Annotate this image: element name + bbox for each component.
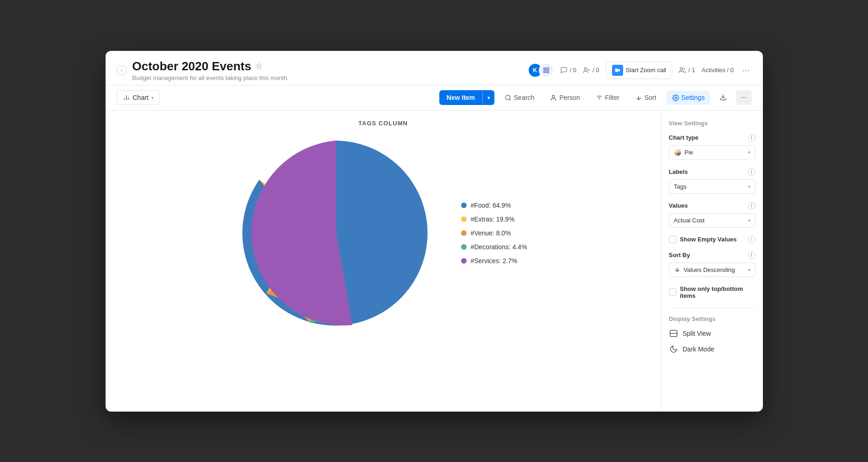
comment-stat[interactable]: / 0 [560,67,576,74]
legend-label-venue: #Venue: 8.0% [470,229,511,237]
settings-label: Settings [681,94,705,101]
comment-icon [560,67,568,74]
header-actions: K / 0 / 0 [528,62,752,79]
chart-type-select[interactable]: Pie ▾ [669,145,756,160]
chart-type-label: Chart type i [669,134,756,142]
show-empty-row: Show Empty Values i [669,236,756,243]
chart-type-select-inner: Pie [674,149,693,156]
legend-label-food: #Food: 64.9% [470,202,511,209]
sort-icon [635,94,642,101]
svg-point-4 [584,68,587,70]
dark-mode-icon [669,345,678,354]
collapse-button[interactable]: › [117,65,127,75]
settings-button[interactable]: Settings [667,91,711,105]
star-icon[interactable]: ☆ [255,61,262,71]
members-icon [679,67,686,74]
sort-by-select[interactable]: Values Descending ▾ [669,263,756,277]
legend-dot-decorations [461,244,467,250]
legend-item-venue: #Venue: 8.0% [461,229,527,237]
legend-item-extras: #Extras: 19.9% [461,216,527,223]
chart-area: TAGS COLUMN [106,111,661,412]
legend-dot-venue [461,230,467,236]
svg-rect-3 [547,71,549,73]
header-more-button[interactable]: ··· [740,63,752,77]
person-add-stat[interactable]: / 0 [583,67,599,74]
zoom-icon [612,65,623,76]
page-title-text: October 2020 Events [132,59,251,74]
show-empty-checkbox[interactable] [669,236,676,243]
chart-icon [123,94,130,101]
values-info-icon[interactable]: i [748,202,756,209]
labels-info-icon[interactable]: i [748,168,756,176]
page-title: October 2020 Events ☆ [132,59,522,74]
legend-item-decorations: #Decorations: 4.4% [461,243,527,251]
sort-by-inner: Values Descending [674,266,735,273]
svg-rect-2 [543,71,545,73]
svg-point-8 [506,95,510,99]
split-view-label: Split View [683,330,711,337]
legend-dot-food [461,203,467,208]
chart-type-info-icon[interactable]: i [748,134,756,142]
labels-select[interactable]: Tags ▾ [669,179,756,194]
sort-by-icon [674,266,681,273]
values-label: Values i [669,202,756,209]
page-subtitle: Budget management for all events taking … [132,74,522,81]
view-settings-title: View Settings [669,120,756,127]
labels-label: Labels i [669,168,756,176]
filter-button[interactable]: Filter [590,91,625,105]
download-icon [719,93,727,101]
values-arrow: ▾ [748,218,750,223]
svg-rect-0 [543,68,545,69]
show-top-bottom-wrap: Show only top/bottom items [669,285,756,299]
values-select[interactable]: Actual Cost ▾ [669,213,756,228]
chart-container: #Food: 64.9% #Extras: 19.9% #Venue: 8.0%… [239,136,527,330]
dark-mode-option[interactable]: Dark Mode [669,345,756,354]
person-add-count: / 0 [593,67,599,74]
sort-by-info-icon[interactable]: i [748,252,756,259]
split-view-icon [669,329,678,338]
chart-type-arrow: ▾ [748,150,750,155]
chart-type-value: Pie [685,149,693,156]
titlebar: › October 2020 Events ☆ Budget managemen… [106,51,763,86]
labels-setting: Labels i Tags ▾ [669,168,756,194]
new-item-arrow-icon: ▾ [483,92,494,104]
sort-by-label: Sort By i [669,252,756,259]
legend: #Food: 64.9% #Extras: 19.9% #Venue: 8.0%… [461,202,527,265]
legend-dot-extras [461,216,467,222]
show-empty-label: Show Empty Values [680,236,737,243]
activities-label: Activities / 0 [701,67,733,74]
settings-divider [669,308,756,308]
title-block: October 2020 Events ☆ Budget management … [132,59,522,81]
main-content: TAGS COLUMN [106,111,763,412]
chart-tab[interactable]: Chart ▾ [117,90,160,105]
legend-label-services: #Services: 2.7% [470,257,517,265]
legend-label-decorations: #Decorations: 4.4% [470,243,527,251]
chart-type-setting: Chart type i Pie ▾ [669,134,756,160]
sort-button[interactable]: Sort [630,91,662,105]
split-view-option[interactable]: Split View [669,329,756,338]
toolbar-more-button[interactable]: ··· [736,90,751,105]
person-button[interactable]: Person [544,91,585,105]
members-stat[interactable]: / 1 [679,67,695,74]
svg-line-9 [509,99,511,100]
search-icon [505,94,512,101]
activities-stat[interactable]: Activities / 0 [701,67,733,74]
dark-mode-label: Dark Mode [683,345,714,353]
show-empty-info-icon[interactable]: i [748,236,756,243]
avatar-icon-overlay [539,63,554,78]
display-settings-title: Display Settings [669,315,756,322]
pie-chart [239,136,433,330]
chart-label: Chart [133,94,149,101]
download-button[interactable] [715,90,731,105]
show-empty-wrap: Show Empty Values [669,236,737,243]
person-label: Person [559,94,580,101]
new-item-button[interactable]: New Item ▾ [439,90,494,105]
search-button[interactable]: Search [499,91,540,105]
legend-dot-services [461,258,467,264]
sort-label: Sort [644,94,656,101]
show-top-bottom-checkbox[interactable] [669,289,676,296]
zoom-button[interactable]: Start Zoom call [606,62,672,79]
svg-point-7 [680,68,682,70]
filter-label: Filter [605,94,619,101]
search-label: Search [514,94,534,101]
